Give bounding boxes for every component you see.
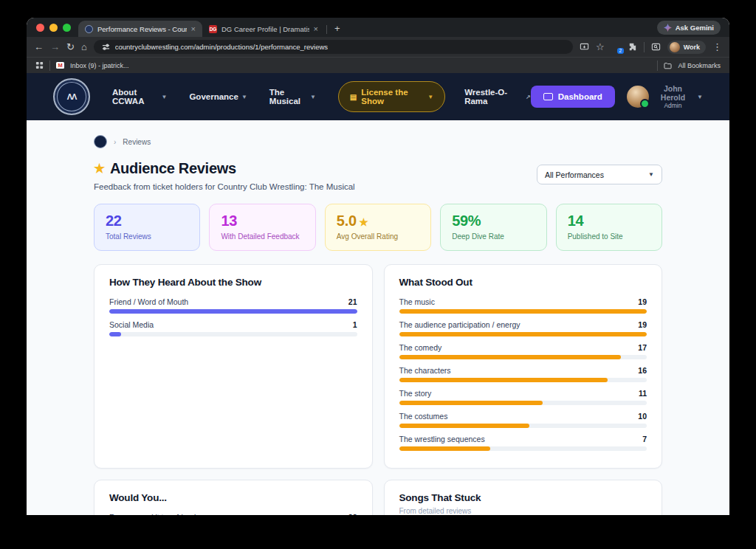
- bar-row: Social Media1: [109, 320, 357, 336]
- apps-grid-icon[interactable]: [35, 61, 44, 69]
- stats-row: 22Total Reviews13With Detailed Feedback5…: [94, 204, 662, 251]
- bar-value: 16: [638, 366, 647, 375]
- bar-track: [109, 332, 357, 336]
- bar-fill: [399, 424, 529, 428]
- page-title: ★ Audience Reviews: [94, 160, 355, 177]
- ask-gemini-label: Ask Gemini: [676, 24, 714, 32]
- ccwaa-favicon: [85, 25, 93, 33]
- chevron-down-icon: ▼: [310, 94, 316, 100]
- tab-title: DG Career Profile | Dramatist: [221, 25, 309, 33]
- close-tab-icon[interactable]: ×: [314, 25, 318, 33]
- bar-fill: [109, 309, 357, 314]
- chart-how-they-heard: How They Heard About the Show Friend / W…: [94, 264, 373, 469]
- profile-avatar: [670, 42, 680, 52]
- bookmarks-bar: M Inbox (9) - jpatrick... All Bookmarks: [27, 57, 729, 73]
- forward-icon[interactable]: →: [50, 42, 60, 52]
- close-tab-icon[interactable]: ×: [191, 25, 196, 33]
- charts-grid: How They Heard About the Show Friend / W…: [94, 264, 662, 515]
- tab-performance-reviews[interactable]: Performance Reviews - Coun ×: [78, 21, 202, 37]
- stat-card: 5.0 ★Avg Overall Rating: [325, 204, 431, 251]
- page-subtitle: Feedback from ticket holders for Country…: [94, 182, 355, 191]
- new-tab-button[interactable]: +: [334, 23, 340, 34]
- bar-value: 11: [639, 389, 647, 398]
- ccwaa-logo[interactable]: ΛΛ: [53, 78, 90, 115]
- reload-icon[interactable]: ↻: [66, 42, 75, 52]
- tab-search-icon[interactable]: [651, 42, 661, 52]
- bar-label: The characters: [399, 366, 451, 375]
- tab-dg-career-profile[interactable]: DG DG Career Profile | Dramatist ×: [202, 21, 325, 37]
- browser-menu-icon[interactable]: ⋮: [712, 42, 722, 52]
- close-window-button[interactable]: [36, 24, 44, 32]
- tab-title: Performance Reviews - Coun: [97, 25, 187, 33]
- chart-title: What Stood Out: [399, 277, 647, 288]
- address-bar[interactable]: countryclubwrestling.com/admin/productio…: [94, 40, 573, 54]
- maximize-window-button[interactable]: [63, 24, 71, 32]
- nav-links: About CCWAA▼ Governance▼ The Musical▼: [112, 88, 316, 106]
- external-link-icon: ↗: [526, 94, 531, 100]
- bookmark-inbox[interactable]: Inbox (9) - jpatrick...: [70, 62, 129, 69]
- dashboard-icon: [543, 93, 553, 100]
- bar-row: The comedy17: [399, 343, 647, 359]
- star-icon: ★: [94, 161, 105, 176]
- bar-track: [399, 424, 647, 428]
- extensions-puzzle-icon[interactable]: [628, 42, 637, 52]
- bar-fill: [399, 332, 647, 336]
- breadcrumb-reviews: Reviews: [123, 138, 151, 146]
- nav-wrestle-o-rama[interactable]: Wrestle-O-Rama ↗: [464, 88, 531, 106]
- user-role: Admin: [655, 102, 691, 109]
- breadcrumb-home-icon[interactable]: [94, 135, 107, 148]
- user-name: John Herold: [655, 84, 691, 102]
- gmail-favicon: M: [56, 62, 64, 69]
- bar-row: The characters16: [399, 366, 647, 382]
- performance-filter-select[interactable]: All Performances ▼: [537, 165, 662, 184]
- bar-fill: [399, 309, 647, 314]
- bar-fill: [109, 332, 121, 336]
- chevron-down-icon: ▼: [697, 94, 703, 100]
- stat-value: 22: [106, 213, 188, 229]
- home-icon[interactable]: ⌂: [81, 42, 87, 52]
- bookmark-star-icon[interactable]: ☆: [596, 42, 605, 52]
- toolbar-right-icons: ☆ 2 Work ⋮: [580, 41, 722, 54]
- chart-title: Songs That Stuck: [399, 492, 647, 503]
- bar-row: The audience participation / energy19: [399, 320, 647, 336]
- bar-fill: [399, 355, 621, 359]
- bar-track: [109, 309, 357, 314]
- chart-songs-that-stuck: Songs That Stuck From detailed reviews "…: [384, 480, 663, 515]
- user-menu[interactable]: John Herold Admin ▼: [627, 84, 703, 109]
- nav-about-ccwaa[interactable]: About CCWAA▼: [112, 88, 167, 106]
- browser-toolbar: ← → ↻ ⌂ countryclubwrestling.com/admin/p…: [27, 37, 729, 57]
- ask-gemini-button[interactable]: Ask Gemini: [657, 21, 721, 35]
- bar-row: The wrestling sequences7: [399, 435, 647, 451]
- nav-the-musical[interactable]: The Musical▼: [269, 88, 316, 106]
- license-the-show-button[interactable]: ▤ License the Show ▼: [338, 81, 445, 112]
- send-to-device-icon[interactable]: [580, 42, 589, 52]
- bar-row: The costumes10: [399, 412, 647, 428]
- chevron-down-icon: ▼: [161, 94, 167, 100]
- bar-label: Recommend it to a friend: [109, 513, 196, 515]
- bar-track: [399, 355, 647, 359]
- browser-profile-chip[interactable]: Work: [667, 41, 706, 54]
- extension-badge: 2: [617, 48, 624, 55]
- bar-value: 7: [642, 435, 647, 443]
- folder-icon: [664, 62, 672, 69]
- stat-value: 59%: [452, 213, 535, 229]
- stat-label: Deep Dive Rate: [452, 232, 535, 241]
- document-icon: ▤: [350, 93, 357, 101]
- tab-strip: Performance Reviews - Coun × DG DG Caree…: [27, 18, 729, 37]
- bar-label: Social Media: [109, 320, 154, 329]
- minimize-window-button[interactable]: [49, 24, 58, 32]
- stat-label: Published to Site: [568, 232, 650, 241]
- bar-fill: [399, 446, 490, 451]
- nav-governance[interactable]: Governance▼: [189, 92, 247, 101]
- bar-value: 1: [353, 320, 357, 329]
- back-icon[interactable]: ←: [34, 42, 44, 52]
- bar-track: [399, 401, 647, 405]
- pinned-extension-icon[interactable]: 2: [611, 42, 621, 52]
- bar-label: The comedy: [399, 343, 442, 352]
- all-bookmarks-button[interactable]: All Bookmarks: [678, 62, 721, 69]
- chart-title: How They Heard About the Show: [109, 277, 357, 288]
- dashboard-button[interactable]: Dashboard: [531, 86, 615, 108]
- bar-label: Friend / Word of Mouth: [109, 297, 188, 306]
- breadcrumb: › Reviews: [94, 135, 662, 148]
- bar-track: [399, 378, 647, 382]
